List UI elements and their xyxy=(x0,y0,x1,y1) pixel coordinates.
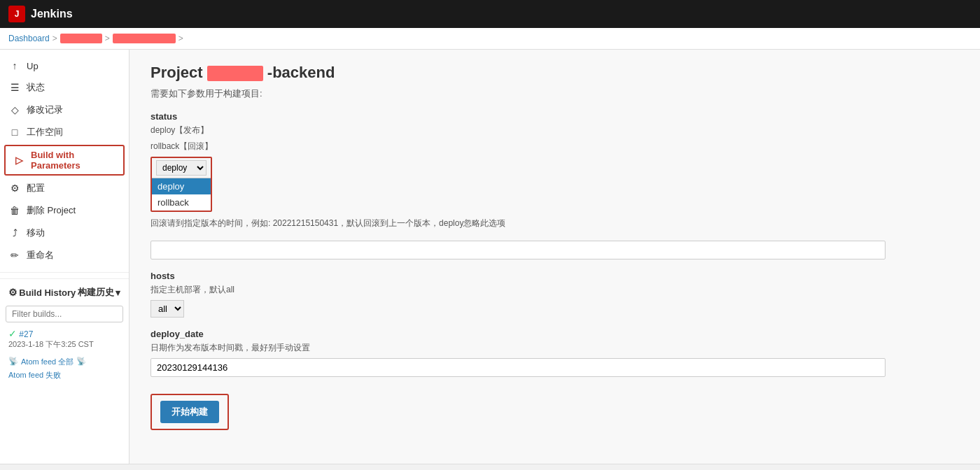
build-history-header[interactable]: ⚙ Build History 构建历史 ▾ xyxy=(0,282,129,303)
build-item-link[interactable]: #27 xyxy=(19,329,33,339)
sidebar: ↑ Up ☰ 状态 ◇ 修改记录 □ 工作空间 ▷ Build with Par… xyxy=(0,50,130,464)
version-input-section xyxy=(150,241,959,259)
page-title: Project -backend xyxy=(150,64,959,82)
status-hint: 回滚请到指定版本的时间，例如: 20221215150431，默认回滚到上一个版… xyxy=(150,218,959,229)
rss-icon-2: 📡 xyxy=(76,357,86,367)
hosts-param-desc: 指定主机部署，默认all xyxy=(150,284,959,296)
dropdown-option-rollback[interactable]: rollback xyxy=(152,194,211,211)
atom-feed-all-link[interactable]: Atom feed 全部 xyxy=(21,357,74,367)
breadcrumb-sep2: > xyxy=(105,34,110,43)
sidebar-item-build-params-label: Build with Parameters xyxy=(31,150,116,171)
sidebar-item-delete[interactable]: 🗑 删除 Project xyxy=(0,199,129,222)
build-history-label: Build History xyxy=(19,287,76,298)
breadcrumb-sep3: > xyxy=(178,34,183,43)
sidebar-item-changes-label: 修改记录 xyxy=(27,104,63,116)
jenkins-logo-icon: J xyxy=(8,6,25,22)
delete-icon: 🗑 xyxy=(8,205,21,216)
atom-feed-links: 📡 Atom feed 全部 📡 Atom feed 失败 xyxy=(0,352,129,385)
configure-icon: ⚙ xyxy=(8,183,21,194)
dropdown-option-deploy[interactable]: deploy xyxy=(152,178,211,194)
deploy-date-section: deploy_date 日期作为发布版本时间戳，最好别手动设置 xyxy=(150,329,959,377)
hosts-select-container: all xyxy=(150,300,959,318)
build-item-time: 2023-1-18 下午3:25 CST xyxy=(8,339,120,350)
title-redacted xyxy=(207,66,263,81)
build-history-section: ⚙ Build History 构建历史 ▾ ✓ #27 2023-1-18 下… xyxy=(0,278,129,387)
build-icon: ▷ xyxy=(13,155,25,166)
sidebar-item-up[interactable]: ↑ Up xyxy=(0,55,129,76)
main-content: Project -backend 需要如下参数用于构建项目: status de… xyxy=(130,50,980,464)
sidebar-item-configure[interactable]: ⚙ 配置 xyxy=(0,177,129,199)
sidebar-item-status[interactable]: ☰ 状态 xyxy=(0,76,129,99)
build-item: ✓ #27 2023-1-18 下午3:25 CST xyxy=(0,325,129,352)
footer: CSDN @PONY LEE xyxy=(0,464,980,470)
breadcrumb-sep1: > xyxy=(52,34,57,43)
atom-feed-failed-link[interactable]: Atom feed 失败 xyxy=(8,370,61,380)
dropdown-select-row: deploy rollback xyxy=(152,158,211,178)
sidebar-item-workspace-label: 工作空间 xyxy=(27,126,63,138)
sidebar-item-configure-label: 配置 xyxy=(27,182,45,194)
build-button-container: 开始构建 xyxy=(150,394,229,430)
breadcrumb-project-name xyxy=(113,34,176,43)
sidebar-item-move-label: 移动 xyxy=(27,227,45,239)
hosts-param-section: hosts 指定主机部署，默认all all xyxy=(150,271,959,318)
deploy-date-label: deploy_date xyxy=(150,329,959,339)
sidebar-item-workspace[interactable]: □ 工作空间 xyxy=(0,121,129,143)
topbar: J Jenkins xyxy=(0,0,980,28)
breadcrumb: Dashboard > > > xyxy=(0,28,980,50)
sidebar-item-rename-label: 重命名 xyxy=(27,249,54,262)
status-param-section: status deploy【发布】 rollback【回滚】 deploy ro… xyxy=(150,111,959,229)
changes-icon: ◇ xyxy=(8,104,21,115)
jenkins-title: Jenkins xyxy=(31,8,73,20)
status-option-rollback: rollback【回滚】 xyxy=(150,141,959,152)
dropdown-options: deploy rollback xyxy=(152,178,211,211)
deploy-date-input[interactable] xyxy=(150,358,886,377)
build-filter-input[interactable] xyxy=(6,306,123,322)
status-dropdown-container: deploy rollback deploy rollback xyxy=(150,157,212,212)
hosts-param-label: hosts xyxy=(150,271,959,281)
breadcrumb-project-group xyxy=(60,34,102,43)
deploy-date-desc: 日期作为发布版本时间戳，最好别手动设置 xyxy=(150,342,959,354)
sidebar-item-delete-label: 删除 Project xyxy=(27,204,76,217)
build-history-label-cn: 构建历史 xyxy=(78,286,114,299)
build-status-icon: ✓ xyxy=(8,328,17,339)
status-icon-nav: ☰ xyxy=(8,82,21,93)
breadcrumb-dashboard[interactable]: Dashboard xyxy=(8,34,50,43)
hosts-select[interactable]: all xyxy=(150,300,184,318)
rss-icon: 📡 xyxy=(8,357,18,367)
move-icon: ⤴ xyxy=(8,227,21,238)
chevron-down-icon: ▾ xyxy=(115,287,120,298)
sidebar-item-status-label: 状态 xyxy=(27,81,45,94)
version-text-input[interactable] xyxy=(150,241,886,259)
sidebar-item-rename[interactable]: ✏ 重命名 xyxy=(0,244,129,266)
sidebar-item-move[interactable]: ⤴ 移动 xyxy=(0,222,129,244)
status-option-deploy: deploy【发布】 xyxy=(150,124,959,136)
status-select[interactable]: deploy rollback xyxy=(156,160,206,176)
workspace-icon: □ xyxy=(8,127,21,138)
form-subtitle: 需要如下参数用于构建项目: xyxy=(150,87,959,100)
build-button[interactable]: 开始构建 xyxy=(160,401,219,423)
up-icon: ↑ xyxy=(8,60,21,71)
status-param-label: status xyxy=(150,111,959,122)
sidebar-item-build-params[interactable]: ▷ Build with Parameters xyxy=(4,145,125,176)
sidebar-item-changes[interactable]: ◇ 修改记录 xyxy=(0,99,129,121)
build-history-gear-icon: ⚙ xyxy=(8,287,18,298)
sidebar-item-up-label: Up xyxy=(27,61,38,71)
rename-icon: ✏ xyxy=(8,250,21,261)
